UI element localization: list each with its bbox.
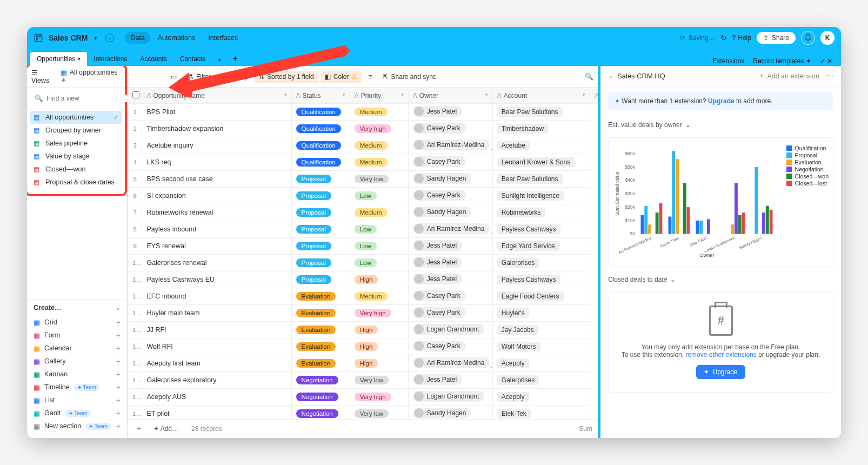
view-grouped-by-owner[interactable]: ▦Grouped by owner xyxy=(30,124,122,137)
table-tab-interactions[interactable]: Interactions xyxy=(87,52,133,66)
table-row[interactable]: 11Payless Cashways EUProposalHighJess Pa… xyxy=(128,271,598,288)
closed-deals-title[interactable]: Closed deals to date ⌄ xyxy=(608,274,833,285)
avatar[interactable]: K xyxy=(820,31,834,45)
view-sales-pipeline[interactable]: ▦Sales pipeline xyxy=(30,137,122,150)
cell-account[interactable]: Galerprises xyxy=(492,372,590,389)
cell-opportunity-name[interactable]: Acepoly first team xyxy=(142,355,291,372)
cell-priority[interactable]: Medium xyxy=(350,104,408,121)
info-icon[interactable]: i xyxy=(105,34,114,42)
table-row[interactable]: 16Acepoly first teamEvaluationHighAri Ra… xyxy=(128,355,598,372)
add-extension-button[interactable]: ＋Add an extension xyxy=(758,71,819,81)
more-tables[interactable]: ▾ xyxy=(212,54,228,66)
cell-priority[interactable]: High xyxy=(350,322,408,338)
cell-owner[interactable]: Ari Ramírez-Medina xyxy=(408,355,492,372)
color-button[interactable]: ◧Color ⚠ xyxy=(321,71,362,83)
cell-account[interactable]: Galerprises xyxy=(492,255,590,271)
table-row[interactable]: 7Robinetworks renewalProposalMediumSandy… xyxy=(128,204,598,221)
cell-account[interactable]: Payless Cashways xyxy=(492,221,590,238)
cell-status[interactable]: Proposal xyxy=(291,204,350,221)
cell-priority[interactable]: Very high xyxy=(350,305,408,322)
cell-status[interactable]: Evaluation xyxy=(291,338,350,355)
cell-priority[interactable]: High xyxy=(350,338,408,355)
cell-status[interactable]: Proposal xyxy=(291,188,350,204)
create-gantt[interactable]: ▦Gantt ✦ Team+ xyxy=(31,407,123,420)
column-header-account[interactable]: AAccount▾ xyxy=(492,88,590,104)
column-header-status[interactable]: AStatus▾ xyxy=(291,88,350,104)
view-all-opportunities[interactable]: ▦All opportunities xyxy=(30,111,122,124)
collapse-panel-icon[interactable]: ⌄ xyxy=(608,72,613,79)
table-row[interactable]: 12EFC inboundEvaluationMediumCasey ParkE… xyxy=(128,288,598,305)
cell-opportunity-name[interactable]: BPS Pilot xyxy=(142,104,291,121)
cell-opportunity-name[interactable]: Acepoly AUS xyxy=(142,389,291,406)
notifications-button[interactable] xyxy=(801,31,815,45)
cell-status[interactable]: Evaluation xyxy=(291,355,350,372)
cell-status[interactable]: Proposal xyxy=(291,255,350,271)
cell-priority[interactable]: Medium xyxy=(350,137,408,154)
cell-opportunity-name[interactable]: Galerprises renewal xyxy=(142,255,291,271)
column-header-owner[interactable]: AOwner▾ xyxy=(408,88,492,104)
cell-priority[interactable]: Low xyxy=(350,255,408,271)
cell-account[interactable]: Acepoly xyxy=(492,389,590,406)
navtab-automations[interactable]: Automations xyxy=(152,32,201,44)
column-header-priority[interactable]: APriority▾ xyxy=(350,88,408,104)
create-grid[interactable]: ▦Grid+ xyxy=(31,316,123,329)
table-row[interactable]: 9EYS renewalProposalLowJess PatelEdge Ya… xyxy=(128,238,598,255)
cell-account[interactable]: Jay Jacobs xyxy=(492,322,590,338)
cell-owner[interactable]: Jess Patel xyxy=(408,372,492,389)
cell-account[interactable]: Eagle Food Centers xyxy=(492,288,590,305)
base-name[interactable]: Sales CRM xyxy=(49,34,88,42)
help-button[interactable]: ?Help xyxy=(732,34,751,42)
table-tab-accounts[interactable]: Accounts xyxy=(133,52,173,66)
table-row[interactable]: 14JJ RFIEvaluationHighLogan GrandmontJay… xyxy=(128,322,598,338)
cell-priority[interactable]: Very high xyxy=(350,121,408,137)
cell-priority[interactable]: Low xyxy=(350,238,408,255)
cell-owner[interactable]: Casey Park xyxy=(408,188,492,204)
cell-priority[interactable]: Very high xyxy=(350,389,408,406)
cell-owner[interactable]: Jess Patel xyxy=(408,271,492,288)
cell-status[interactable]: Evaluation xyxy=(291,305,350,322)
cell-status[interactable]: Negotiation xyxy=(291,389,350,406)
cell-account[interactable]: Acetube xyxy=(492,137,590,154)
sort-button[interactable]: ⇅Sorted by 1 field xyxy=(255,71,318,83)
table-tab-opportunities[interactable]: Opportunities ▾ xyxy=(30,52,87,66)
cell-opportunity-name[interactable]: JJ RFI xyxy=(142,322,291,338)
find-view-input[interactable]: 🔍 ⚙ xyxy=(32,92,119,104)
cell-account[interactable]: Payless Cashways xyxy=(492,271,590,288)
cell-opportunity-name[interactable]: Huyler main team xyxy=(142,305,291,322)
history-icon[interactable]: ↻ xyxy=(720,34,727,42)
select-all-checkbox[interactable] xyxy=(128,88,142,104)
cell-opportunity-name[interactable]: Robinetworks renewal xyxy=(142,204,291,221)
current-view-button[interactable]: ▦ All opportunities ✦ xyxy=(61,69,121,85)
share-sync-button[interactable]: ⇱Share and sync xyxy=(378,71,440,83)
cell-owner[interactable]: Sandy Hagen xyxy=(408,171,492,188)
cell-status[interactable]: Proposal xyxy=(291,221,350,238)
cell-owner[interactable]: Casey Park xyxy=(408,121,492,137)
cell-owner[interactable]: Jess Patel xyxy=(408,255,492,271)
cell-owner[interactable]: Logan Grandmont xyxy=(408,389,492,406)
add-table-button[interactable]: + xyxy=(228,51,243,66)
cell-account[interactable]: Wolf Motors xyxy=(492,338,590,355)
cell-owner[interactable]: Jess Patel xyxy=(408,104,492,121)
cell-account[interactable]: Edge Yard Service xyxy=(492,238,590,255)
cell-account[interactable]: Huyler's xyxy=(492,305,590,322)
table-row[interactable]: 18Acepoly AUSNegotiationVery highLogan G… xyxy=(128,389,598,406)
create-new-section[interactable]: ▦New section ✦ Team+ xyxy=(31,420,123,433)
cell-owner[interactable]: Casey Park xyxy=(408,305,492,322)
filter-button[interactable]: ⚗Filter xyxy=(183,71,215,83)
share-button[interactable]: ⇪Share xyxy=(757,32,796,44)
cell-priority[interactable]: High xyxy=(350,355,408,372)
cell-opportunity-name[interactable]: Payless inbound xyxy=(142,221,291,238)
close-icon[interactable]: ✕ xyxy=(827,57,832,65)
navtab-data[interactable]: Data xyxy=(125,32,150,44)
cell-opportunity-name[interactable]: BPS second use case xyxy=(142,171,291,188)
table-row[interactable]: 6SI expansionProposalLowCasey ParkSunlig… xyxy=(128,188,598,204)
table-row[interactable]: 17Galerprises exploratoryNegotiationVery… xyxy=(128,372,598,389)
cell-status[interactable]: Qualification xyxy=(291,104,350,121)
table-row[interactable]: 10Galerprises renewalProposalLowJess Pat… xyxy=(128,255,598,271)
create-timeline[interactable]: ▦Timeline ✦ Team+ xyxy=(31,381,123,394)
cell-priority[interactable]: Low xyxy=(350,221,408,238)
views-toggle[interactable]: ☰ Views xyxy=(31,69,56,84)
cell-owner[interactable]: Ari Ramírez-Medina xyxy=(408,221,492,238)
cell-opportunity-name[interactable]: Timbershadow expansion xyxy=(142,121,291,137)
column-header-estimat[interactable]: AEstimat▾ xyxy=(590,88,598,104)
